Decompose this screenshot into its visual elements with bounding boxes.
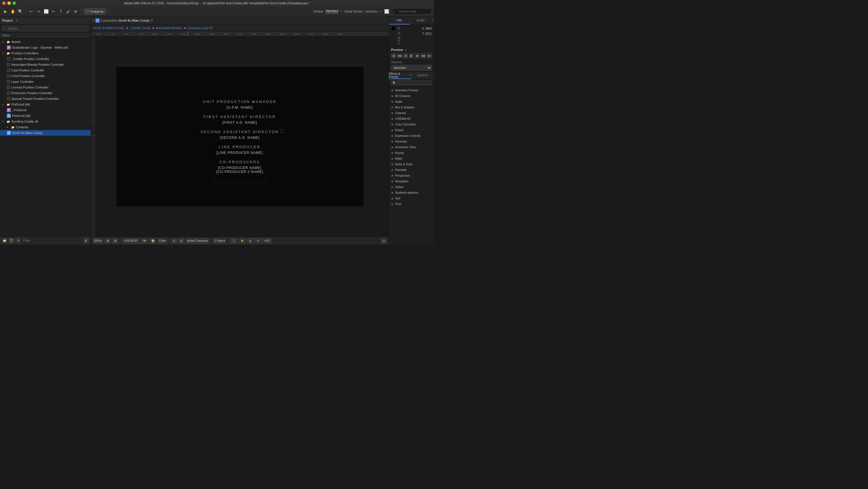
preview-play[interactable]: ▶ <box>409 53 414 58</box>
production-pos-ctrl-item[interactable]: Production Position Controller <box>0 90 91 96</box>
crew-pos-ctrl-item[interactable]: Crew Position Controller <box>0 73 91 79</box>
hand-tool[interactable]: ✋ <box>10 8 16 15</box>
breadcrumb-company-logo[interactable]: Company Logo 04 <box>187 26 213 30</box>
redo-tool[interactable]: ↪ <box>35 8 42 15</box>
layer-ctrl-item[interactable]: Layer Controller <box>0 79 91 85</box>
collect-assets-icon[interactable]: ⋯ <box>88 40 91 44</box>
selection-tool[interactable]: ▶ <box>2 8 8 15</box>
more-workspaces[interactable]: » <box>379 10 381 13</box>
effect-color-correction[interactable]: ▶ Color Correction <box>389 121 434 127</box>
credits-pos-ctrl-checkbox[interactable] <box>7 57 10 61</box>
paintbrush-tool[interactable]: 🖌 <box>65 8 71 15</box>
effect-immersive-video[interactable]: ▶ Immersive Video <box>389 144 434 150</box>
minimize-button[interactable] <box>7 1 11 5</box>
workspace-options[interactable]: ≡ <box>340 10 342 13</box>
comp-tab-active-name[interactable]: Scroll 4k (Main Comp) <box>119 19 150 22</box>
effect-synthetic-aperture[interactable]: ▶ Synthetic Aperture <box>389 190 434 195</box>
offset-display[interactable]: +0.0 <box>262 238 272 244</box>
info-tab[interactable]: Info <box>389 17 410 25</box>
layer-ctrl-checkbox[interactable] <box>7 80 10 83</box>
cast-pos-ctrl-checkbox[interactable] <box>7 68 10 72</box>
monitor-icon2[interactable]: ⊡ <box>171 238 177 244</box>
fullscreen-toggle[interactable]: ⬜ <box>383 8 390 15</box>
assoc-brands-pos-ctrl-item[interactable]: Associated Brands Position Controller <box>0 62 91 67</box>
scrolling-credits-folder[interactable]: ▾ 📁 Scrolling Credits 4k <box>0 119 91 124</box>
effect-keying[interactable]: ▶ Keying <box>389 150 434 155</box>
breadcrumb-scroll-4k[interactable]: Scroll 4k (Main Comp) <box>93 26 124 30</box>
crew-pos-ctrl-checkbox[interactable] <box>7 74 10 78</box>
preview-menu-icon[interactable]: ≡ <box>405 48 407 52</box>
effect-matte[interactable]: ▶ Matte <box>389 155 434 161</box>
effect-text[interactable]: ▶ Text <box>389 195 434 201</box>
production-pos-ctrl-checkbox[interactable] <box>7 91 10 95</box>
prescroll-4k-comp[interactable]: C PreScroll [4k] <box>0 113 91 119</box>
effects-search-input[interactable] <box>391 80 432 85</box>
camera-dropdown[interactable]: Active Camera ▾ <box>186 238 209 244</box>
import-btn[interactable]: ⬇ <box>16 238 21 243</box>
text-tool[interactable]: T <box>58 8 64 15</box>
undo-tool[interactable]: ↩ <box>28 8 34 15</box>
close-button[interactable] <box>2 1 6 5</box>
info-tab-gear[interactable]: ≡ <box>432 19 434 22</box>
effect-obsolete[interactable]: ▶ Obsolete <box>389 167 434 173</box>
effect-simulation[interactable]: ▶ Simulation <box>389 178 434 184</box>
credits-pos-ctrl-item[interactable]: _Credits Position Controller <box>0 56 91 62</box>
breadcrumb-assoc-brands[interactable]: Associated Brands <box>156 26 182 30</box>
puppet-tool[interactable]: ⊕ <box>72 8 79 15</box>
breadcrumb-credits-comp[interactable]: _Credits Comp <box>130 26 150 30</box>
effect-3d-channel[interactable]: ▶ 3D Channel <box>389 93 434 99</box>
zoom-tool[interactable]: 🔍 <box>17 8 23 15</box>
preview-to-start[interactable]: |◀ <box>391 53 396 58</box>
assoc-brands-pos-ctrl-checkbox[interactable] <box>7 63 10 66</box>
fast-preview-btn[interactable]: ⚡ <box>239 238 246 244</box>
quality-dropdown[interactable]: Full ▾ <box>158 238 167 244</box>
monitor-btn[interactable]: 🖥 <box>104 238 111 244</box>
effect-stylize[interactable]: ▶ Stylize <box>389 184 434 190</box>
effect-distort[interactable]: ▶ Distort <box>389 127 434 133</box>
project-menu-icon[interactable]: ≡ <box>16 19 18 23</box>
scroll-4k-main-comp[interactable]: C Scroll 4k (Main Comp) <box>0 130 91 136</box>
license-pos-ctrl-item[interactable]: License Position Controller <box>0 85 91 90</box>
effect-noise-grain[interactable]: ▶ Noise & Grain <box>389 161 434 167</box>
camera-shutter-btn[interactable]: 📷 <box>141 238 148 244</box>
effect-expression-controls[interactable]: ▶ Expression Controls <box>389 133 434 139</box>
comp-tab-gear[interactable]: ⚙ <box>151 19 153 22</box>
prescroll-4k-folder[interactable]: ▾ 📁 PreScroll [4k] <box>0 102 91 107</box>
special-thanks-pos-ctrl-item[interactable]: Special Thanks Position Controller <box>0 96 91 102</box>
effect-generate[interactable]: ▶ Generate <box>389 139 434 144</box>
preview-to-end[interactable]: ▶| <box>427 53 432 58</box>
effect-cinema4d[interactable]: ▶ CINEMA 4D <box>389 116 434 121</box>
project-search-input[interactable] <box>2 26 89 31</box>
default-workspace[interactable]: Default <box>313 10 323 13</box>
new-comp-btn[interactable]: 🎬 <box>8 238 14 243</box>
cast-pos-ctrl-item[interactable]: Cast Position Controller <box>0 67 91 73</box>
effect-channel[interactable]: ▶ Channel <box>389 110 434 116</box>
view-dropdown[interactable]: 1 View ▾ <box>213 238 226 244</box>
audio-tab[interactable]: Audio <box>410 17 431 25</box>
libraries-tab[interactable]: Libraries <box>411 72 434 79</box>
reset-btn[interactable]: ↺ <box>255 238 261 244</box>
timecode-display[interactable]: 0:00:05:07 <box>122 238 140 244</box>
grid-btn[interactable]: ⊞ <box>112 238 119 244</box>
preview-forward[interactable]: ▶ <box>415 53 420 58</box>
motion-blur-btn[interactable]: ◎ <box>247 238 253 244</box>
preview-back[interactable]: ◀ <box>403 53 408 58</box>
viewer-options-btn[interactable]: ⊡ <box>380 238 387 244</box>
license-pos-ctrl-checkbox[interactable] <box>7 86 10 89</box>
render-queue-btn[interactable]: ⬛ <box>230 238 237 244</box>
position-controllers-folder[interactable]: ▾ 📁 Position Controllers <box>0 50 91 56</box>
effect-time[interactable]: ▶ Time <box>389 201 434 207</box>
delete-item-btn[interactable]: 🗑 <box>83 238 89 243</box>
special-thanks-pos-ctrl-checkbox[interactable] <box>7 97 10 100</box>
new-folder-btn[interactable]: 📁 <box>2 238 7 243</box>
libraries-workspace[interactable]: Libraries <box>365 10 377 13</box>
overlay-btn[interactable]: ⊟ <box>178 238 184 244</box>
effect-audio[interactable]: ▶ Audio <box>389 99 434 105</box>
effects-presets-tab[interactable]: Effects & Presets ≡ <box>389 72 411 79</box>
preview-back-frame[interactable]: ◀◀ <box>397 53 402 58</box>
rectangle-tool[interactable]: ⬜ <box>43 8 49 15</box>
help-search-input[interactable] <box>392 8 432 15</box>
tree-assets-folder[interactable]: ▾ 📁 Assets ⋯ <box>0 39 91 45</box>
standard-workspace[interactable]: Standard <box>326 9 338 13</box>
effect-animation-presets[interactable]: ▶ Animation Presets <box>389 87 434 93</box>
